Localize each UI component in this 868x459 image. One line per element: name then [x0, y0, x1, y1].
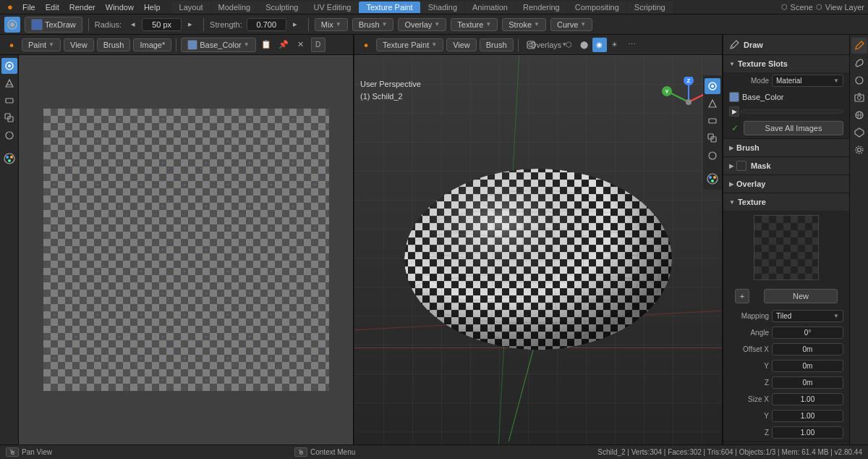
- menu-help[interactable]: Help: [140, 1, 165, 13]
- tab-animation[interactable]: Animation: [465, 1, 515, 13]
- prop-icon-globe[interactable]: [851, 107, 867, 123]
- viewport-settings-btn[interactable]: ⋯: [625, 38, 639, 52]
- new-texture-btn[interactable]: New: [764, 289, 838, 303]
- vp-draw-tool[interactable]: [705, 78, 720, 94]
- palette-icon[interactable]: [1, 151, 17, 167]
- main-layout: ● Paint ▼ View Brush Image* Base_Color ▼…: [0, 35, 868, 445]
- offset-x-input[interactable]: 0m: [772, 343, 843, 355]
- size-x-input[interactable]: 1.00: [772, 393, 843, 405]
- separator-3: [308, 18, 309, 31]
- menu-render[interactable]: Render: [65, 1, 100, 13]
- tab-shading[interactable]: Shading: [421, 1, 464, 13]
- svg-point-55: [709, 176, 712, 179]
- vp-smear-tool[interactable]: [705, 148, 720, 164]
- wireframe-btn[interactable]: ⬡: [562, 38, 576, 52]
- close-icon[interactable]: ✕: [294, 38, 308, 52]
- add-texture-btn[interactable]: +: [735, 289, 749, 303]
- vp-palette[interactable]: [705, 171, 720, 187]
- offset-z-input[interactable]: 0m: [772, 376, 843, 389]
- radius-increase-btn[interactable]: ▸: [183, 17, 197, 32]
- radius-input[interactable]: [142, 18, 182, 31]
- slot-swatch: [729, 92, 739, 102]
- texture-slot-btn[interactable]: Base_Color ▼: [181, 38, 255, 52]
- tab-rendering[interactable]: Rendering: [516, 1, 567, 13]
- draw-tool-btn[interactable]: [1, 58, 17, 74]
- solid-btn[interactable]: ⬤: [577, 38, 592, 52]
- curve-dropdown[interactable]: Curve ▼: [550, 18, 592, 31]
- blend-mode-dropdown[interactable]: Mix ▼: [315, 18, 348, 31]
- viewport-brush-menu[interactable]: Brush: [480, 38, 514, 51]
- brush-color-swatch[interactable]: [31, 19, 43, 30]
- uv-header-d-btn[interactable]: D: [311, 38, 326, 52]
- texture-paint-menu[interactable]: Texture Paint ▼: [376, 38, 443, 51]
- image-menu[interactable]: Image*: [133, 38, 171, 51]
- mapping-dropdown[interactable]: Tiled ▼: [772, 310, 843, 322]
- menu-window[interactable]: Window: [101, 1, 138, 13]
- copy-icon[interactable]: 📋: [259, 38, 273, 52]
- material-preview-btn[interactable]: ◉: [592, 38, 607, 52]
- texture-dropdown[interactable]: Texture ▼: [451, 18, 498, 31]
- pin-icon[interactable]: 📌: [276, 38, 291, 52]
- tab-sculpting[interactable]: Sculpting: [258, 1, 305, 13]
- prop-icon-circle[interactable]: [851, 72, 867, 88]
- prop-icon-brush[interactable]: [851, 38, 867, 54]
- texture-section-header[interactable]: ▼ Texture: [723, 193, 849, 211]
- texture-slot-item[interactable]: Base_Color: [729, 92, 843, 102]
- erase-tool-btn[interactable]: [1, 93, 17, 109]
- tab-uv-editing[interactable]: UV Editing: [306, 1, 358, 13]
- offset-y-input[interactable]: 0m: [772, 360, 843, 372]
- mask-checkbox[interactable]: [736, 161, 746, 171]
- texture-slots-header[interactable]: ▼ Texture Slots: [723, 55, 849, 72]
- clone-tool-btn[interactable]: [1, 110, 17, 126]
- vp-erase-tool[interactable]: [705, 113, 720, 129]
- tab-modeling[interactable]: Modeling: [211, 1, 258, 13]
- prop-icon-camera[interactable]: [851, 90, 867, 106]
- texture-slot-label: Base_Color: [200, 41, 241, 49]
- stroke-dropdown[interactable]: Stroke ▼: [502, 18, 546, 31]
- strength-input[interactable]: [247, 18, 286, 31]
- vp-fill-tool[interactable]: [705, 96, 720, 111]
- mode-dropdown[interactable]: Material ▼: [772, 75, 843, 87]
- texture-slot-arrow: ▼: [244, 41, 250, 48]
- angle-input[interactable]: 0°: [772, 327, 843, 339]
- offset-y-label: Y: [729, 362, 769, 370]
- blend-mode-label: Mix: [321, 20, 333, 29]
- slot-expand-btn[interactable]: ▶: [729, 106, 739, 117]
- menu-file[interactable]: File: [18, 1, 40, 13]
- paint-menu-label: Paint: [28, 41, 46, 49]
- tab-layout[interactable]: Layout: [172, 1, 210, 13]
- viewport-view-menu[interactable]: View: [446, 38, 477, 51]
- tab-compositing[interactable]: Compositing: [568, 1, 626, 13]
- uv-canvas[interactable]: [19, 55, 353, 445]
- brush-menu[interactable]: Brush: [97, 38, 131, 51]
- size-z-input[interactable]: 1.00: [772, 426, 843, 439]
- save-all-images-btn[interactable]: Save All Images: [744, 121, 843, 135]
- blender-logo-icon[interactable]: ●: [4, 1, 17, 14]
- mask-section-header[interactable]: ▶ Mask: [723, 157, 849, 174]
- vp-clone-tool[interactable]: [705, 130, 720, 146]
- tab-scripting[interactable]: Scripting: [627, 1, 673, 13]
- prop-icon-wrench[interactable]: [851, 55, 867, 71]
- overlays-dropdown[interactable]: Overlays ▼: [542, 38, 556, 52]
- rendered-btn[interactable]: ☀: [608, 38, 622, 52]
- size-y-input[interactable]: 1.00: [772, 410, 843, 422]
- prop-icon-scene[interactable]: [851, 125, 867, 140]
- viewport-canvas[interactable]: User Perspective (1) Schild_2 Z X: [354, 55, 722, 445]
- view-menu[interactable]: View: [64, 38, 94, 51]
- overlay-dropdown[interactable]: Overlay ▼: [398, 18, 446, 31]
- strength-increase-btn[interactable]: ▸: [288, 17, 302, 32]
- brush-name-btn[interactable]: TexDraw: [25, 17, 82, 33]
- brush-section-header[interactable]: ▶ Brush: [723, 139, 849, 156]
- overlay-section-header[interactable]: ▶ Overlay: [723, 175, 849, 193]
- mask-label: Mask: [751, 161, 771, 170]
- brush-dropdown[interactable]: Brush ▼: [352, 18, 394, 31]
- paint-menu[interactable]: Paint ▼: [22, 38, 61, 51]
- smear-tool-btn[interactable]: [1, 127, 17, 143]
- mask-chevron: ▶: [729, 163, 733, 169]
- fill-tool-btn[interactable]: [1, 75, 17, 91]
- brush-tool-btn[interactable]: [4, 17, 20, 33]
- prop-icon-gear[interactable]: [851, 142, 867, 158]
- radius-decrease-btn[interactable]: ◂: [126, 17, 140, 32]
- menu-edit[interactable]: Edit: [41, 1, 64, 13]
- tab-texture-paint[interactable]: Texture Paint: [359, 1, 420, 13]
